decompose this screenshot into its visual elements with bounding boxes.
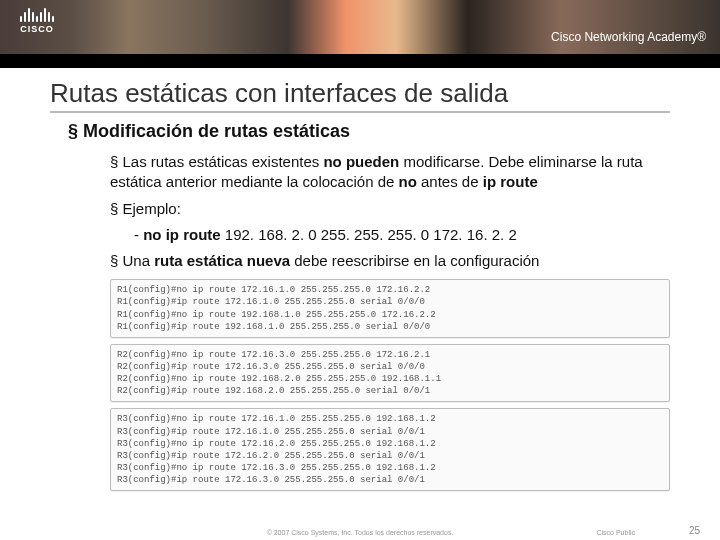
bullet-2: § Ejemplo:	[110, 199, 670, 219]
text-bold: no pueden	[323, 153, 399, 170]
terminal-line: R2(config)#ip route 172.16.3.0 255.255.2…	[117, 361, 663, 373]
text-bold: no	[399, 173, 417, 190]
header-banner: CISCO Cisco Networking Academy®	[0, 0, 720, 54]
terminal-r2: R2(config)#no ip route 172.16.3.0 255.25…	[110, 344, 670, 403]
terminal-line: R3(config)#ip route 172.16.3.0 255.255.2…	[117, 474, 663, 486]
command-args: 192. 168. 2. 0 255. 255. 255. 0 172. 16.…	[221, 226, 517, 243]
terminal-line: R3(config)#ip route 172.16.2.0 255.255.2…	[117, 450, 663, 462]
slide-content: Rutas estáticas con interfaces de salida…	[0, 68, 720, 491]
terminal-group: R1(config)#no ip route 172.16.1.0 255.25…	[110, 279, 670, 491]
bullet-1: § Las rutas estáticas existentes no pued…	[110, 152, 670, 193]
terminal-line: R3(config)#ip route 172.16.1.0 255.255.2…	[117, 426, 663, 438]
slide-subtitle: Modificación de rutas estáticas	[68, 121, 670, 142]
text: antes de	[417, 173, 483, 190]
bullet-3: § Una ruta estática nueva debe reescribi…	[110, 251, 670, 271]
header-strip	[0, 54, 720, 68]
terminal-r1: R1(config)#no ip route 172.16.1.0 255.25…	[110, 279, 670, 338]
bullet-2-sub: - no ip route 192. 168. 2. 0 255. 255. 2…	[134, 225, 670, 245]
terminal-line: R1(config)#no ip route 192.168.1.0 255.2…	[117, 309, 663, 321]
text: debe reescribirse en la configuración	[290, 252, 539, 269]
cisco-logo-text: CISCO	[20, 24, 54, 34]
cisco-bars-icon	[20, 4, 54, 22]
terminal-line: R2(config)#ip route 192.168.2.0 255.255.…	[117, 385, 663, 397]
terminal-line: R2(config)#no ip route 192.168.2.0 255.2…	[117, 373, 663, 385]
slide-title: Rutas estáticas con interfaces de salida	[50, 78, 670, 113]
terminal-line: R3(config)#no ip route 172.16.3.0 255.25…	[117, 462, 663, 474]
command-bold: no ip route	[143, 226, 221, 243]
page-number: 25	[689, 525, 700, 536]
text: § Las rutas estáticas existentes	[110, 153, 323, 170]
text-bold: ip route	[483, 173, 538, 190]
text: § Una	[110, 252, 154, 269]
terminal-line: R2(config)#no ip route 172.16.3.0 255.25…	[117, 349, 663, 361]
bullet-list: § Las rutas estáticas existentes no pued…	[110, 152, 670, 271]
terminal-line: R1(config)#ip route 192.168.1.0 255.255.…	[117, 321, 663, 333]
dash: -	[134, 226, 143, 243]
terminal-line: R1(config)#ip route 172.16.1.0 255.255.2…	[117, 296, 663, 308]
text-bold: ruta estática nueva	[154, 252, 290, 269]
terminal-line: R1(config)#no ip route 172.16.1.0 255.25…	[117, 284, 663, 296]
footer-public: Cisco Public	[596, 529, 635, 536]
terminal-r3: R3(config)#no ip route 172.16.1.0 255.25…	[110, 408, 670, 491]
terminal-line: R3(config)#no ip route 172.16.2.0 255.25…	[117, 438, 663, 450]
cisco-logo: CISCO	[0, 0, 54, 34]
academy-label: Cisco Networking Academy®	[551, 30, 706, 44]
terminal-line: R3(config)#no ip route 172.16.1.0 255.25…	[117, 413, 663, 425]
